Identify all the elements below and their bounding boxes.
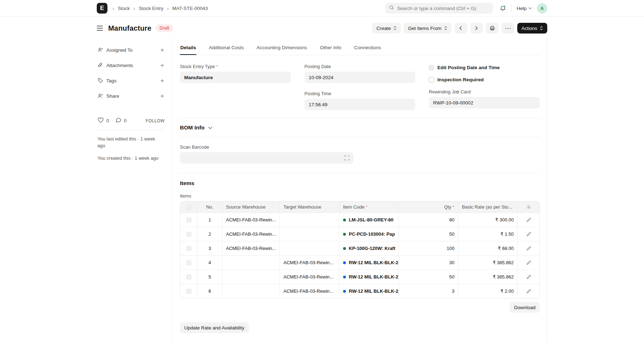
bom-info-section-toggle[interactable]: BOM Info — [180, 118, 540, 137]
breadcrumb-stock[interactable]: Stock — [118, 6, 130, 11]
next-document-button[interactable] — [470, 23, 483, 34]
posting-time-input[interactable] — [305, 99, 416, 110]
tab-connections[interactable]: Connections — [354, 42, 381, 55]
edit-posting-checkbox[interactable] — [429, 65, 434, 70]
tags-label[interactable]: Tags — [106, 78, 117, 83]
user-avatar[interactable]: A — [537, 3, 547, 14]
actions-button[interactable]: Actions — [517, 23, 547, 34]
cell-item-code[interactable]: KP-100G-120W: Kraft — [339, 241, 399, 255]
table-settings[interactable] — [518, 201, 539, 213]
cell-target-warehouse[interactable] — [280, 213, 339, 227]
add-tag-button[interactable] — [160, 78, 165, 83]
cell-qty[interactable]: 30 — [399, 256, 458, 270]
cell-item-code[interactable]: RW-12 MIL BLK-BLK-2 — [339, 256, 399, 270]
edit-row-button[interactable] — [526, 246, 531, 251]
edit-row-button[interactable] — [526, 289, 531, 294]
heart-icon[interactable] — [97, 117, 104, 124]
cell-qty[interactable]: 100 — [399, 241, 458, 255]
edit-row-button[interactable] — [526, 260, 531, 265]
barcode-scan-icon[interactable] — [344, 155, 350, 162]
table-row[interactable]: 3 ACMEI-FAB-03-Rewin... KP-100G-120W: Kr… — [180, 241, 539, 255]
cell-source-warehouse[interactable] — [222, 270, 280, 284]
cell-basic-rate[interactable]: ₹ 300.00 — [458, 213, 518, 227]
select-all-checkbox[interactable] — [186, 205, 191, 210]
edit-row-button[interactable] — [526, 275, 531, 280]
row-checkbox[interactable] — [186, 260, 191, 265]
cell-source-warehouse[interactable] — [222, 284, 280, 298]
stock-entry-type-label: Stock Entry Type * — [180, 64, 291, 69]
cell-qty[interactable]: 50 — [399, 227, 458, 241]
notifications-bell-icon[interactable] — [499, 5, 506, 12]
row-checkbox[interactable] — [186, 275, 191, 280]
cell-source-warehouse[interactable]: ACMEI-FAB-03-Rewin... — [222, 213, 280, 227]
edit-row-button[interactable] — [526, 232, 531, 237]
cell-item-code[interactable]: LM-JSL-80-GREY-80 — [339, 213, 399, 227]
row-checkbox[interactable] — [186, 232, 191, 237]
tab-additional-costs[interactable]: Additional Costs — [208, 42, 244, 55]
edit-row-button[interactable] — [526, 217, 531, 222]
cell-no: 6 — [197, 284, 222, 298]
update-rate-button[interactable]: Update Rate and Availability — [180, 322, 249, 333]
add-assignment-button[interactable] — [160, 48, 165, 52]
cell-qty[interactable]: 3 — [399, 284, 458, 298]
rewinding-job-card-input[interactable] — [429, 97, 540, 108]
row-checkbox[interactable] — [186, 246, 191, 251]
app-logo[interactable]: E — [97, 3, 107, 14]
table-row[interactable]: 2 ACMEI-FAB-03-Rewin... PC-PCD-103004: P… — [180, 227, 539, 241]
cell-target-warehouse[interactable] — [280, 241, 339, 255]
table-row[interactable]: 5 ACMEI-FAB-03-Rewin... RW-12 MIL BLK-BL… — [180, 270, 539, 284]
likes-count[interactable]: 0 — [106, 118, 109, 123]
cell-item-code[interactable]: RW-12 MIL BLK-BLK-2 — [339, 284, 399, 298]
search-input[interactable] — [397, 6, 489, 11]
inspection-required-checkbox[interactable] — [429, 77, 434, 82]
breadcrumb-stock-entry[interactable]: Stock Entry — [139, 6, 163, 11]
created-text[interactable]: You created this · 1 week ago — [97, 155, 172, 162]
download-button[interactable]: Download — [510, 302, 540, 313]
tab-other-info[interactable]: Other Info — [320, 42, 342, 55]
get-items-from-button[interactable]: Get Items From — [404, 23, 452, 34]
comments-count[interactable]: 0 — [124, 118, 127, 123]
previous-document-button[interactable] — [454, 23, 467, 34]
create-button[interactable]: Create — [372, 23, 401, 34]
sidebar-toggle-icon[interactable] — [97, 24, 103, 32]
table-row[interactable]: 4 ACMEI-FAB-03-Rewin... RW-12 MIL BLK-BL… — [180, 255, 539, 270]
cell-target-warehouse[interactable]: ACMEI-FAB-03-Rewin... — [280, 270, 339, 284]
cell-target-warehouse[interactable]: ACMEI-FAB-03-Rewin... — [280, 284, 339, 298]
cell-target-warehouse[interactable]: ACMEI-FAB-03-Rewin... — [280, 256, 339, 270]
cell-source-warehouse[interactable]: ACMEI-FAB-03-Rewin... — [222, 227, 280, 241]
assigned-to-label[interactable]: Assigned To — [106, 47, 132, 53]
tab-accounting-dimensions[interactable]: Accounting Dimensions — [256, 42, 307, 55]
scan-barcode-input[interactable] — [180, 152, 353, 164]
cell-qty[interactable]: 80 — [399, 213, 458, 227]
stock-entry-type-input[interactable] — [180, 72, 291, 83]
cell-basic-rate[interactable]: ₹ 385.862 — [458, 256, 518, 270]
cell-qty[interactable]: 50 — [399, 270, 458, 284]
cell-basic-rate[interactable]: ₹ 1.50 — [458, 227, 518, 241]
cell-basic-rate[interactable]: ₹ 385.862 — [458, 270, 518, 284]
row-checkbox[interactable] — [186, 289, 191, 294]
add-share-button[interactable] — [160, 94, 165, 98]
breadcrumb-document-id[interactable]: MAT-STE-00043 — [172, 6, 208, 11]
more-menu-button[interactable]: ⋯ — [502, 23, 514, 34]
row-checkbox[interactable] — [186, 217, 191, 222]
tab-details[interactable]: Details — [180, 42, 196, 55]
cell-source-warehouse[interactable] — [222, 256, 280, 270]
table-row[interactable]: 1 ACMEI-FAB-03-Rewin... LM-JSL-80-GREY-8… — [180, 213, 539, 227]
follow-button[interactable]: FOLLOW — [146, 118, 165, 123]
cell-basic-rate[interactable]: ₹ 68.00 — [458, 241, 518, 255]
comment-icon[interactable] — [116, 117, 121, 124]
posting-date-input[interactable] — [305, 72, 416, 83]
add-attachment-button[interactable] — [160, 63, 165, 68]
help-menu[interactable]: Help — [517, 6, 532, 11]
cell-basic-rate[interactable]: ₹ 2.00 — [458, 284, 518, 298]
print-button[interactable] — [486, 23, 499, 34]
cell-item-code[interactable]: PC-PCD-103004: Pap — [339, 227, 399, 241]
last-edited-text[interactable]: You last edited this · 1 week ago — [97, 136, 172, 149]
table-row[interactable]: 6 ACMEI-FAB-03-Rewin... RW-12 MIL BLK-BL… — [180, 284, 539, 298]
global-search[interactable] — [385, 3, 493, 14]
attachments-label[interactable]: Attachments — [106, 63, 133, 68]
share-label[interactable]: Share — [106, 93, 119, 99]
cell-item-code[interactable]: RW-12 MIL BLK-BLK-2 — [339, 270, 399, 284]
cell-source-warehouse[interactable]: ACMEI-FAB-03-Rewin... — [222, 241, 280, 255]
cell-target-warehouse[interactable] — [280, 227, 339, 241]
